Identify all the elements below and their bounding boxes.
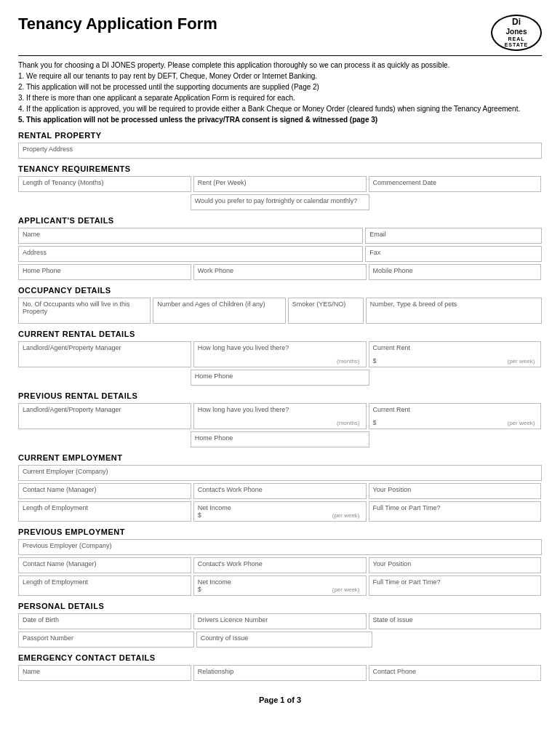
header: Tenancy Application Form Di Jones REAL E… — [18, 15, 542, 51]
prev-emp-work-phone-field[interactable]: Contact's Work Phone — [193, 557, 367, 573]
prev-how-long-field[interactable]: How long have you lived there? (months) — [193, 403, 367, 429]
prev-emp-fullpart-field[interactable]: Full Time or Part Time? — [369, 575, 542, 596]
instruction-line-4: 3. If there is more than one applicant a… — [18, 92, 542, 103]
current-emp-income-bottom: $ (per week) — [198, 511, 362, 519]
applicant-fax-field[interactable]: Fax — [365, 246, 542, 262]
emergency-phone-field[interactable]: Contact Phone — [369, 665, 542, 681]
rental-property-row: Property Address — [18, 143, 542, 159]
tenancy-req-row1: Length of Tenancy (Months) Rent (Per Wee… — [18, 176, 542, 192]
current-emp-position-field[interactable]: Your Position — [369, 483, 542, 499]
logo-re: REAL ESTATE — [495, 36, 537, 49]
current-emp-length-field[interactable]: Length of Employment — [18, 501, 191, 522]
prev-home-phone-field[interactable]: Home Phone — [191, 431, 369, 447]
prev-emp-income-label: Net Income — [198, 578, 362, 586]
prev-months-label: (months) — [198, 420, 362, 426]
current-emp-contact-field[interactable]: Contact Name (Manager) — [18, 483, 191, 499]
current-landlord-field[interactable]: Landlord/Agent/Property Manager — [18, 341, 191, 367]
current-dollar: $ — [373, 357, 377, 364]
prev-dollar: $ — [373, 419, 377, 426]
current-per-week: (per week) — [508, 358, 537, 364]
current-emp-fullpart-field[interactable]: Full Time or Part Time? — [369, 501, 542, 522]
tenancy-length-field[interactable]: Length of Tenancy (Months) — [18, 176, 191, 192]
prev-emp-income-bottom: $ (per week) — [198, 586, 362, 593]
section-emergency-title: EMERGENCY CONTACT DETAILS — [18, 653, 542, 662]
occupancy-row1: No. Of Occupants who will live in this P… — [18, 298, 542, 324]
logo-jones: Jones — [506, 28, 527, 36]
prev-rental-row1: Landlord/Agent/Property Manager How long… — [18, 403, 542, 429]
instruction-line-3: 2. This application will not be processe… — [18, 81, 542, 92]
current-emp-dollar: $ — [198, 511, 201, 519]
prev-emp-length-field[interactable]: Length of Employment — [18, 575, 191, 596]
emergency-name-field[interactable]: Name — [18, 665, 191, 681]
section-previous-rental-title: PREVIOUS RENTAL DETAILS — [18, 391, 542, 400]
title-divider — [18, 55, 542, 56]
instructions: Thank you for choosing a DI JONES proper… — [18, 60, 542, 125]
prev-emp-company-field[interactable]: Previous Employer (Company) — [18, 539, 542, 555]
personal-row2: Passport Number Country of Issue — [18, 632, 542, 648]
current-emp-row3: Length of Employment Net Income $ (per w… — [18, 501, 542, 522]
applicant-row1: Name Email — [18, 228, 542, 244]
section-tenancy-req-title: TENANCY REQUIREMENTS — [18, 164, 542, 173]
prev-how-long-label: How long have you lived there? — [198, 406, 362, 413]
smoker-field[interactable]: Smoker (YES/NO) — [288, 298, 364, 324]
current-emp-row2: Contact Name (Manager) Contact's Work Ph… — [18, 483, 542, 499]
commencement-date-field[interactable]: Commencement Date — [369, 176, 542, 192]
prev-emp-dollar: $ — [198, 586, 201, 593]
spacer7 — [375, 632, 542, 648]
current-how-long-field[interactable]: How long have you lived there? (months) — [193, 341, 367, 367]
section-rental-property-title: RENTAL PROPERTY — [18, 131, 542, 140]
passport-field[interactable]: Passport Number — [18, 632, 194, 648]
prev-emp-contact-field[interactable]: Contact Name (Manager) — [18, 557, 191, 573]
dob-field[interactable]: Date of Birth — [18, 613, 191, 629]
prev-rent-field[interactable]: Current Rent $ (per week) — [369, 403, 542, 429]
occupants-field[interactable]: No. Of Occupants who will live in this P… — [18, 298, 151, 324]
applicant-email-field[interactable]: Email — [365, 228, 542, 244]
prev-emp-income-field[interactable]: Net Income $ (per week) — [193, 575, 367, 596]
instruction-line-5-bold: 5. This application will not be processe… — [18, 114, 542, 125]
spacer6 — [372, 431, 542, 447]
property-address-field[interactable]: Property Address — [18, 143, 542, 159]
current-emp-income-field[interactable]: Net Income $ (per week) — [193, 501, 367, 522]
current-rental-row1: Landlord/Agent/Property Manager How long… — [18, 341, 542, 367]
prev-emp-position-field[interactable]: Your Position — [369, 557, 542, 573]
current-rent-field[interactable]: Current Rent $ (per week) — [369, 341, 542, 367]
instruction-line-2: 1. We require all our tenants to pay ren… — [18, 71, 542, 81]
emergency-relationship-field[interactable]: Relationship — [193, 665, 367, 681]
current-months-label: (months) — [198, 358, 362, 364]
spacer2 — [372, 194, 542, 210]
payment-pref-field[interactable]: Would you prefer to pay fortnightly or c… — [191, 194, 369, 210]
children-field[interactable]: Number and Ages of Children (if any) — [153, 298, 285, 324]
page-number: Page 1 of 3 — [259, 696, 301, 704]
current-emp-company-field[interactable]: Current Employer (Company) — [18, 465, 542, 481]
prev-landlord-field[interactable]: Landlord/Agent/Property Manager — [18, 403, 191, 429]
page-footer: Page 1 of 3 — [18, 696, 542, 704]
current-emp-income-label: Net Income — [198, 504, 362, 511]
applicant-mobile-phone-field[interactable]: Mobile Phone — [369, 264, 542, 280]
pets-field[interactable]: Number, Type & breed of pets — [366, 298, 542, 324]
country-of-issue-field[interactable]: Country of Issue — [196, 632, 372, 648]
applicant-row2: Address Fax — [18, 246, 542, 262]
current-emp-work-phone-field[interactable]: Contact's Work Phone — [193, 483, 367, 499]
emergency-row1: Name Relationship Contact Phone — [18, 665, 542, 681]
applicant-address-field[interactable]: Address — [18, 246, 363, 262]
section-current-rental-title: CURRENT RENTAL DETAILS — [18, 330, 542, 338]
applicant-work-phone-field[interactable]: Work Phone — [193, 264, 367, 280]
applicant-name-field[interactable]: Name — [18, 228, 363, 244]
current-emp-per-week: (per week) — [332, 512, 362, 519]
current-rent-label: Current Rent — [373, 344, 411, 351]
current-rent-inner: Current Rent — [373, 344, 537, 351]
prev-per-week: (per week) — [508, 420, 537, 426]
current-home-phone-field[interactable]: Home Phone — [191, 370, 369, 386]
applicant-row3: Home Phone Work Phone Mobile Phone — [18, 264, 542, 280]
prev-rental-row2: Home Phone — [18, 431, 542, 447]
instruction-line-5: 4. If the application is approved, you w… — [18, 103, 542, 114]
state-of-issue-field[interactable]: State of Issue — [369, 613, 542, 629]
rent-per-week-field[interactable]: Rent (Per Week) — [193, 176, 367, 192]
prev-emp-row3: Length of Employment Net Income $ (per w… — [18, 575, 542, 596]
current-how-long-label: How long have you lived there? — [198, 344, 362, 351]
section-prev-emp-title: PREVIOUS EMPLOYMENT — [18, 527, 542, 536]
applicant-home-phone-field[interactable]: Home Phone — [18, 264, 191, 280]
prev-emp-row2: Contact Name (Manager) Contact's Work Ph… — [18, 557, 542, 573]
section-applicant-title: APPLICANT'S DETAILS — [18, 216, 542, 225]
licence-field[interactable]: Drivers Licence Number — [193, 613, 367, 629]
